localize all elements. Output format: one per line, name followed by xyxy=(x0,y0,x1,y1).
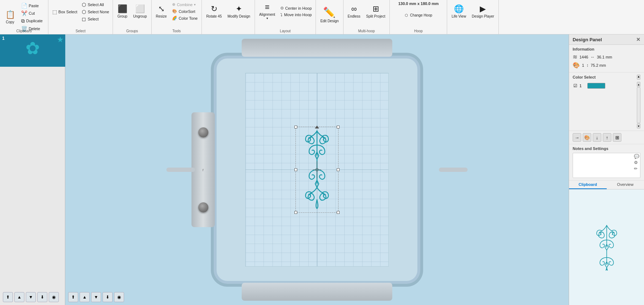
cut-icon: ✂️ xyxy=(21,10,27,16)
action-down-btn[interactable]: ↓ xyxy=(593,133,601,142)
notes-gear-icon[interactable]: ⚙ xyxy=(634,160,639,165)
palette-info-icon: 🎨 xyxy=(573,62,580,69)
notes-section: Notes and Settings 💬 ⚙ ✏ xyxy=(569,144,644,180)
color-scroll-up[interactable]: ▲ xyxy=(637,75,640,80)
hoop-screw-top xyxy=(198,127,208,137)
alignment-button[interactable]: ≡ Alignment ▾ xyxy=(257,1,277,21)
nav-first-btn[interactable]: ⬆ xyxy=(68,292,78,302)
change-hoop-icon: ⬡ xyxy=(405,13,408,17)
move-down-button[interactable]: ▼ xyxy=(26,292,36,302)
ungroup-button[interactable]: ⬜ Ungroup xyxy=(131,1,149,21)
resize-button[interactable]: ⤡ Resize xyxy=(154,1,169,21)
toggle-button[interactable]: ◉ xyxy=(49,292,59,302)
stitch-count-row: ≋ 1446 ↔ 36.1 mm xyxy=(573,53,640,60)
copy-button[interactable]: 📋 Copy xyxy=(2,5,18,29)
edit-design-button[interactable]: ✏️ Edit Design xyxy=(318,3,341,27)
select-all-button[interactable]: ⬡ Select All xyxy=(80,1,110,8)
canvas-bottom-nav: ⬆ ▲ ▼ ⬇ ◉ xyxy=(68,292,124,302)
group-button[interactable]: ⬛ Group xyxy=(115,1,129,21)
select-all-icon: ⬡ xyxy=(82,2,86,8)
color-swatch-1[interactable] xyxy=(587,83,605,89)
hoop-frame-bottom xyxy=(242,283,392,301)
design-player-icon: ▶ xyxy=(480,4,486,14)
box-select-icon: ⬚ xyxy=(52,9,57,15)
canvas-area[interactable]: r xyxy=(65,34,569,305)
paste-button[interactable]: 📄 Paste xyxy=(19,2,44,9)
notes-label: Notes and Settings xyxy=(573,146,640,151)
cut-button[interactable]: ✂️ Cut xyxy=(19,10,44,17)
modify-design-button[interactable]: ✦ Modify Design xyxy=(226,1,252,21)
design-panel-title: Design Panel xyxy=(573,37,602,42)
tab-overview[interactable]: Overview xyxy=(607,180,644,189)
information-label: Information xyxy=(573,47,640,51)
width-value: 36.1 mm xyxy=(597,55,612,59)
color-count-value: 1 xyxy=(582,63,584,67)
rotate45-button[interactable]: ↻ Rotate 45 xyxy=(204,1,224,21)
main-area: 1 ✿ ⬆ ▲ ▼ ⬇ ◉ r xyxy=(0,34,644,305)
design-player-button[interactable]: ▶ Design Player xyxy=(470,1,496,21)
color-list: ☑ 1 xyxy=(573,82,635,128)
thumbnail-item[interactable]: 1 ✿ xyxy=(0,34,65,67)
design-panel-header: Design Panel ✕ xyxy=(569,34,644,45)
design-panel-close-button[interactable]: ✕ xyxy=(636,37,640,42)
color-check-1[interactable]: ☑ xyxy=(573,83,577,88)
change-hoop-button[interactable]: ⬡ Change Hoop xyxy=(403,8,435,22)
groups-group: ⬛ Group ⬜ Ungroup Groups xyxy=(113,0,151,34)
notes-edit-icon[interactable]: ✏ xyxy=(634,166,639,171)
color-tone-button[interactable]: 🌈 Color Tone xyxy=(170,15,199,21)
color-scroll-up-arrow[interactable]: ▲ xyxy=(637,82,640,87)
group-icon: ⬛ xyxy=(118,4,127,14)
width-arrow-icon: ↔ xyxy=(590,55,595,60)
hoop-arm-left xyxy=(166,168,195,172)
notes-action-icons: 💬 ⚙ ✏ xyxy=(634,154,639,171)
toolbar: 📋 Copy 📄 Paste ✂️ Cut ⧉ Duplicate 🗑️ Del… xyxy=(0,0,644,34)
clipboard-preview-svg xyxy=(583,224,630,271)
duplicate-button[interactable]: ⧉ Duplicate xyxy=(19,17,44,25)
copy-icon: 📋 xyxy=(5,10,15,19)
clipboard-group: 📋 Copy 📄 Paste ✂️ Cut ⧉ Duplicate 🗑️ Del… xyxy=(0,0,48,34)
colorsort-button[interactable]: 🎨 ColorSort xyxy=(170,8,199,14)
tools-group: ⤡ Resize ⊕ Combine ▾ 🎨 ColorSort 🌈 Color… xyxy=(152,0,202,34)
box-select-button[interactable]: ⬚ Box Select xyxy=(51,1,79,22)
height-arrow-icon: ↕ xyxy=(586,63,588,68)
thumbnail-star-icon xyxy=(57,36,64,44)
action-palette-btn[interactable]: 🎨 xyxy=(583,133,591,142)
color-count-row: 🎨 1 ↕ 75.2 mm xyxy=(573,62,640,69)
move-last-button[interactable]: ⬇ xyxy=(37,292,47,302)
select-icon: ◻ xyxy=(82,16,86,22)
thumbnail-preview-svg: ✿ xyxy=(18,36,47,65)
color-scroll-down-arrow[interactable]: ▼ xyxy=(637,123,640,128)
nav-toggle-btn[interactable]: ◉ xyxy=(114,292,124,302)
nav-last-btn[interactable]: ⬇ xyxy=(103,292,113,302)
endless-button[interactable]: ∞ Endless xyxy=(346,1,363,21)
tab-clipboard[interactable]: Clipboard xyxy=(569,180,607,189)
nav-up-btn[interactable]: ▲ xyxy=(80,292,90,302)
select-none-button[interactable]: ⬡ Select None xyxy=(80,9,110,15)
action-up-btn[interactable]: ↑ xyxy=(603,133,611,142)
resize-icon: ⤡ xyxy=(158,4,165,14)
action-grid-btn[interactable]: ⊞ xyxy=(613,133,621,142)
color-action-buttons: → 🎨 ↓ ↑ ⊞ xyxy=(569,131,644,144)
move-into-hoop-button[interactable]: ⤵ Move into Hoop xyxy=(279,12,313,18)
color-tone-icon: 🌈 xyxy=(172,16,177,20)
edit-group: ✏️ Edit Design xyxy=(316,0,343,34)
center-in-hoop-button[interactable]: ⊙ Center in Hoop xyxy=(279,5,313,11)
move-first-button[interactable]: ⬆ xyxy=(3,292,13,302)
height-value: 75.2 mm xyxy=(591,63,606,67)
notes-chat-icon[interactable]: 💬 xyxy=(634,154,639,159)
panel-tabs: Clipboard Overview xyxy=(569,180,644,189)
paste-icon: 📄 xyxy=(21,3,27,9)
combine-button[interactable]: ⊕ Combine ▾ xyxy=(170,1,199,8)
split-project-button[interactable]: ⊞ Split Project xyxy=(364,1,387,21)
information-section: Information ≋ 1446 ↔ 36.1 mm 🎨 1 ↕ 75.2 … xyxy=(569,45,644,72)
nav-down-btn[interactable]: ▼ xyxy=(91,292,101,302)
move-up-button[interactable]: ▲ xyxy=(14,292,24,302)
color-select-section: Color Select ▲ ☑ 1 ▲ ▼ xyxy=(569,72,644,131)
move-hoop-icon: ⤵ xyxy=(280,13,283,17)
select-button[interactable]: ◻ Select xyxy=(80,16,110,22)
life-view-button[interactable]: 🌐 Life View xyxy=(449,1,468,21)
endless-icon: ∞ xyxy=(351,4,357,14)
action-arrow-btn[interactable]: → xyxy=(573,133,581,142)
color-row-1[interactable]: ☑ 1 xyxy=(573,82,635,90)
duplicate-icon: ⧉ xyxy=(21,18,25,24)
